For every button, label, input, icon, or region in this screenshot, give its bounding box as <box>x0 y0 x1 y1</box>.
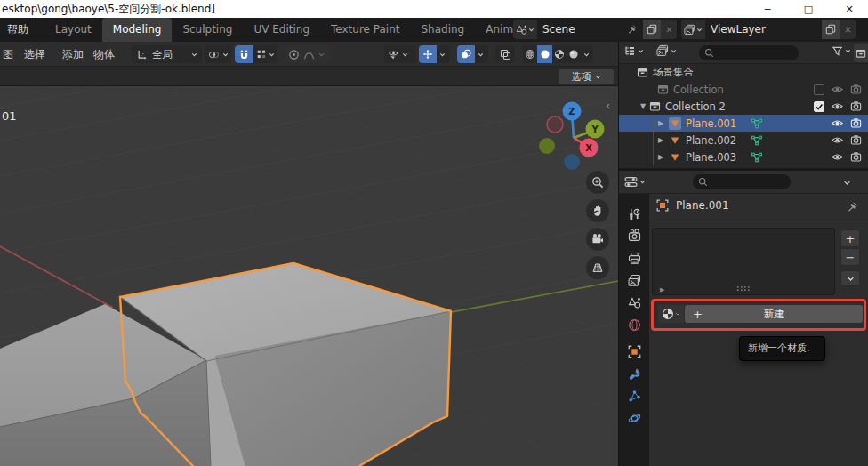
new-material-button[interactable]: + 新建 <box>685 305 863 323</box>
tab-layout[interactable]: Layout <box>44 18 102 42</box>
menu-object[interactable]: 物体 <box>93 42 115 67</box>
properties-editor-type-dropdown[interactable] <box>624 175 646 189</box>
disclosure-closed-icon[interactable]: ▶ <box>656 153 665 161</box>
view-layer-name-field[interactable]: ViewLayer <box>705 20 822 39</box>
overlays-toggle-button[interactable] <box>457 45 475 63</box>
view-layer-remove-button[interactable] <box>840 20 856 39</box>
zoom-button[interactable] <box>586 171 609 194</box>
options-dropdown[interactable]: 选项 <box>559 69 614 84</box>
menu-select[interactable]: 选择 <box>24 42 45 67</box>
slot-specials-dropdown[interactable] <box>840 270 860 286</box>
shading-rendered-button[interactable] <box>567 45 581 63</box>
scene-unlink-button[interactable] <box>661 20 677 39</box>
proportional-edit-icon[interactable] <box>288 49 300 60</box>
pin-icon[interactable] <box>627 24 638 35</box>
sidebar-collapse-icon[interactable]: ‹ <box>606 99 610 112</box>
outliner-row-collection[interactable]: Collection <box>619 81 868 98</box>
close-button[interactable]: ✕ <box>836 1 863 17</box>
view-layer-add-button[interactable] <box>822 20 840 39</box>
menu-help[interactable]: 帮助 <box>7 18 28 42</box>
tab-shading[interactable]: Shading <box>410 18 475 42</box>
tab-sculpting[interactable]: Sculpting <box>172 18 243 42</box>
tab-tool[interactable] <box>619 204 649 223</box>
camera-visibility-icon[interactable] <box>850 151 862 163</box>
chevron-down-icon[interactable] <box>843 179 851 187</box>
browse-material-button[interactable] <box>658 305 684 323</box>
eye-icon[interactable] <box>832 117 843 129</box>
scene-name-field[interactable]: Scene <box>537 20 643 39</box>
chevron-down-icon[interactable] <box>437 52 448 58</box>
tab-object[interactable] <box>619 341 649 361</box>
minimize-button[interactable]: ─ <box>754 1 781 17</box>
shading-material-button[interactable] <box>552 45 567 63</box>
tab-texture-paint[interactable]: Texture Paint <box>320 18 410 42</box>
snap-target-dropdown[interactable] <box>253 49 277 60</box>
tab-modeling[interactable]: Modeling <box>102 18 173 42</box>
add-slot-button[interactable]: + <box>840 229 860 247</box>
material-slot-list[interactable]: ▶ <box>652 228 835 295</box>
tab-physics[interactable] <box>619 408 649 428</box>
pin-icon[interactable] <box>847 201 858 213</box>
properties-search-input[interactable] <box>693 174 791 189</box>
chevron-down-icon[interactable] <box>475 52 486 58</box>
tab-render[interactable] <box>619 225 649 245</box>
display-mode-dropdown[interactable] <box>656 44 677 57</box>
camera-visibility-icon[interactable] <box>850 134 862 146</box>
perspective-toggle-button[interactable] <box>586 256 609 279</box>
remove-slot-button[interactable]: − <box>840 248 860 266</box>
maximize-button[interactable]: □ <box>795 1 822 17</box>
disclosure-open-icon[interactable]: ▼ <box>639 102 647 110</box>
exclude-checkbox[interactable] <box>814 84 824 95</box>
shading-solid-button[interactable] <box>537 45 552 63</box>
gizmo-neg-x-ball[interactable] <box>547 116 563 133</box>
pivot-point-dropdown[interactable] <box>205 45 231 63</box>
viewport-3d[interactable]: 01 Z Y X ‹ <box>0 86 618 466</box>
pan-hand-button[interactable] <box>586 199 609 222</box>
tab-view-layer[interactable] <box>619 270 649 290</box>
camera-visibility-icon[interactable] <box>850 117 862 129</box>
snap-toggle-button[interactable] <box>235 45 253 63</box>
outliner-row-plane-003[interactable]: ▶ Plane.003 <box>619 149 868 165</box>
tab-particles[interactable] <box>619 386 649 406</box>
camera-visibility-icon[interactable] <box>850 84 862 95</box>
scene-duplicate-button[interactable] <box>643 20 661 39</box>
outliner-search-input[interactable] <box>699 45 799 60</box>
menu-add[interactable]: 添加 <box>62 42 84 67</box>
navigation-gizmo[interactable]: Z Y X <box>532 92 616 176</box>
gizmos-toggle-button[interactable] <box>419 45 437 63</box>
new-collection-button[interactable] <box>854 44 868 62</box>
camera-view-button[interactable] <box>586 228 609 251</box>
filter-dropdown[interactable] <box>832 45 851 57</box>
eye-icon[interactable] <box>832 100 843 112</box>
exclude-checkbox[interactable] <box>814 101 824 112</box>
tab-modifiers[interactable] <box>619 364 649 383</box>
disclosure-closed-icon[interactable]: ▶ <box>656 119 665 127</box>
tab-world[interactable] <box>619 315 649 334</box>
falloff-curve-icon[interactable] <box>303 49 315 60</box>
camera-visibility-icon[interactable] <box>850 100 862 112</box>
menu-view[interactable]: 图 <box>3 42 13 67</box>
outliner-row-plane-001[interactable]: ▶ Plane.001 <box>619 115 868 132</box>
tab-uv-editing[interactable]: UV Editing <box>243 18 320 42</box>
chevron-down-icon[interactable] <box>581 52 592 58</box>
outliner-row-collection-2[interactable]: ▼ Collection 2 <box>619 98 868 115</box>
editor-type-dropdown[interactable] <box>623 44 644 57</box>
grip-dots-icon[interactable] <box>737 286 753 291</box>
eye-icon[interactable] <box>832 151 843 163</box>
scene-browse-button[interactable] <box>513 20 537 39</box>
outliner-row-plane-002[interactable]: ▶ Plane.002 <box>619 132 868 149</box>
eye-icon[interactable] <box>832 134 843 146</box>
gizmo-neg-z-ball[interactable] <box>564 154 580 170</box>
show-gizmo-visibility-dropdown[interactable] <box>384 45 416 63</box>
view-layer-browse-button[interactable] <box>681 20 705 39</box>
xray-toggle-button[interactable] <box>495 45 515 63</box>
disclosure-closed-icon[interactable]: ▶ <box>656 136 665 144</box>
tab-output[interactable] <box>619 248 649 268</box>
expand-triangle-icon[interactable]: ▶ <box>660 286 664 293</box>
transform-orientation-dropdown[interactable]: 全局 <box>132 45 202 63</box>
eye-icon[interactable] <box>832 84 843 95</box>
shading-wireframe-button[interactable] <box>523 45 537 63</box>
tab-scene[interactable] <box>619 293 649 312</box>
outliner-row-scene-collection[interactable]: 场景集合 <box>619 64 868 81</box>
gizmo-neg-y-ball[interactable] <box>539 138 555 154</box>
